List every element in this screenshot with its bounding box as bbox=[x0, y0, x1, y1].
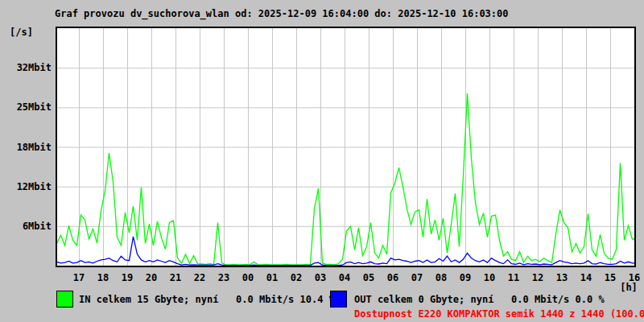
x-tick-label: 21 bbox=[163, 272, 188, 283]
x-tick-label: 00 bbox=[236, 272, 260, 283]
availability-status-text: Dostupnost E220 KOMPAKTOR semik 1440 z 1… bbox=[354, 308, 644, 320]
y-tick-label: 32Mbit bbox=[0, 63, 52, 73]
y-tick-label: 12Mbit bbox=[0, 182, 52, 192]
traffic-graph-svg bbox=[57, 28, 634, 266]
x-tick-label: 17 bbox=[67, 272, 91, 283]
in-legend-label: IN celkem 15 Gbyte; nyní 0.0 Mbit/s 10.4… bbox=[79, 294, 335, 305]
x-tick-label: 14 bbox=[574, 272, 598, 283]
out-legend-label: OUT celkem 0 Gbyte; nyní 0.0 Mbit/s 0.0 … bbox=[354, 294, 605, 305]
x-tick-label: 03 bbox=[308, 272, 332, 283]
y-tick-label: 18Mbit bbox=[0, 142, 52, 153]
traffic-graph-plot-area bbox=[56, 27, 636, 267]
x-tick-label: 07 bbox=[405, 272, 429, 283]
x-tick-label: 22 bbox=[188, 272, 212, 283]
out-legend-swatch bbox=[330, 291, 347, 308]
y-tick-label: 25Mbit bbox=[0, 102, 52, 113]
y-tick-label: 6Mbit bbox=[0, 221, 52, 232]
x-tick-label: 19 bbox=[115, 272, 139, 283]
x-tick-label: 18 bbox=[91, 272, 115, 283]
x-tick-label: 13 bbox=[550, 272, 574, 283]
x-tick-label: 10 bbox=[477, 272, 502, 283]
x-axis-unit-label: [h] bbox=[617, 282, 641, 293]
mrtg-traffic-graph-page: { "title": "Graf provozu dv_suchorova_wl… bbox=[0, 0, 644, 322]
x-tick-label: 08 bbox=[429, 272, 453, 283]
in-traffic-line bbox=[57, 93, 634, 265]
x-tick-label: 11 bbox=[502, 272, 526, 283]
x-tick-label: 09 bbox=[453, 272, 477, 283]
x-tick-label: 23 bbox=[212, 272, 236, 283]
x-tick-label: 04 bbox=[332, 272, 357, 283]
graph-title: Graf provozu dv_suchorova_wlan od: 2025-… bbox=[55, 8, 509, 19]
x-tick-label: 01 bbox=[260, 272, 284, 283]
y-axis-unit-label: [/s] bbox=[10, 27, 33, 38]
x-tick-label: 12 bbox=[526, 272, 550, 283]
in-legend-swatch bbox=[56, 291, 73, 308]
x-tick-label: 05 bbox=[357, 272, 381, 283]
x-tick-label: 02 bbox=[284, 272, 308, 283]
x-tick-label: 06 bbox=[381, 272, 405, 283]
x-tick-label: 20 bbox=[139, 272, 163, 283]
